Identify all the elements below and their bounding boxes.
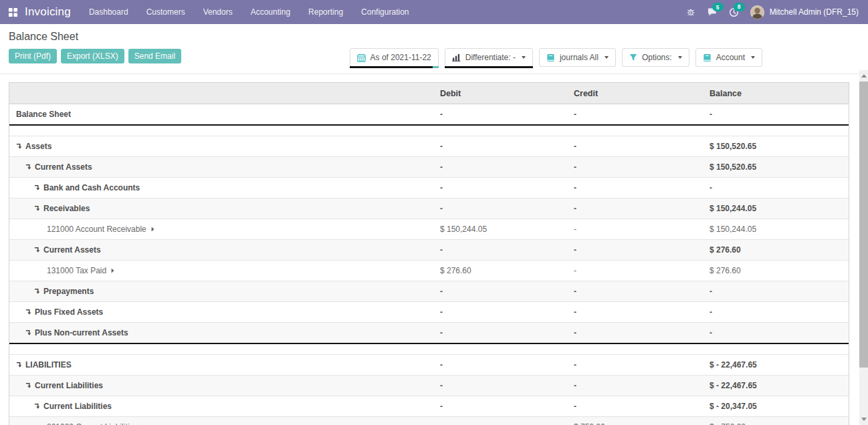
unfold-icon[interactable]	[25, 309, 31, 315]
unfold-icon[interactable]	[34, 184, 40, 191]
report-row[interactable]: Assets--$ 150,520.65	[9, 136, 849, 156]
unfold-icon[interactable]	[34, 205, 40, 212]
unfold-icon[interactable]	[34, 288, 40, 295]
user-name: Mitchell Admin (DFR_15)	[770, 7, 859, 17]
report-row[interactable]: Current Liabilities--$ - 20,347.05	[9, 396, 849, 416]
credit-cell: -	[574, 287, 710, 296]
action-button-print-pdf[interactable]: Print (Pdf)	[9, 49, 57, 63]
credit-column-header: Credit	[574, 89, 710, 98]
action-button-export-xlsx[interactable]: Export (XLSX)	[61, 49, 124, 63]
unfold-icon[interactable]	[16, 143, 22, 150]
row-label: 131000 Tax Paid	[47, 266, 106, 275]
activities-clock-icon[interactable]: 8	[729, 7, 739, 17]
report-row[interactable]: Bank and Cash Accounts---	[9, 177, 849, 198]
underline-accent	[433, 66, 439, 68]
action-button-send-email[interactable]: Send Email	[128, 49, 181, 63]
bug-icon[interactable]	[686, 7, 695, 17]
credit-value: -	[574, 204, 576, 213]
menu-item-customers[interactable]: Customers	[146, 7, 185, 17]
credit-value: -	[574, 381, 576, 390]
credit-value: -	[574, 225, 576, 234]
chevron-down-icon	[522, 56, 526, 59]
scrollbar-thumb[interactable]	[859, 82, 868, 368]
report-filter-buttons: As of 2021-11-22Differentiate: -journals…	[350, 48, 762, 67]
page-title: Balance Sheet	[9, 31, 78, 43]
balance-cell: $ - 750.00	[710, 422, 849, 425]
row-name-cell: Bank and Cash Accounts	[9, 183, 440, 192]
debit-value: $ 150,244.05	[440, 225, 487, 234]
debit-cell: -	[440, 422, 574, 425]
balance-cell: $ 276.60	[710, 245, 849, 255]
scroll-up-arrow-icon[interactable]	[861, 74, 867, 78]
main-menu: DashboardCustomersVendorsAccountingRepor…	[89, 7, 409, 17]
filter-button-calendar-0[interactable]: As of 2021-11-22	[350, 48, 439, 67]
avatar	[750, 5, 764, 19]
unfold-icon[interactable]	[25, 382, 31, 389]
apps-grid-icon[interactable]	[8, 7, 18, 17]
messages-count-badge: 5	[712, 3, 724, 11]
balance-cell: $ - 20,347.05	[710, 402, 849, 411]
caret-right-icon	[111, 268, 114, 273]
credit-cell: -	[574, 402, 710, 411]
report-row[interactable]: Plus Fixed Assets---	[9, 301, 849, 322]
report-row[interactable]: 121000 Account Receivable$ 150,244.05-$ …	[9, 219, 849, 239]
filter-button-bar-chart-1[interactable]: Differentiate: -	[445, 48, 533, 67]
vertical-scrollbar[interactable]	[859, 70, 868, 425]
menu-item-configuration[interactable]: Configuration	[361, 7, 409, 17]
topbar-right: 5 8 Mitchell Admin (DFR_15)	[686, 5, 859, 19]
calendar-icon	[357, 53, 366, 62]
row-label: Bank and Cash Accounts	[43, 183, 140, 192]
unfold-icon[interactable]	[25, 164, 31, 170]
balance-cell: -	[710, 110, 849, 119]
credit-cell: -	[574, 110, 710, 119]
row-label: Plus Fixed Assets	[35, 307, 103, 317]
report-row[interactable]: 201000 Current Liabilities-$ 750.00$ - 7…	[9, 416, 849, 425]
report-row[interactable]: Receivables--$ 150,244.05	[9, 198, 849, 219]
table-header-row: Debit Credit Balance	[9, 83, 849, 104]
menu-item-vendors[interactable]: Vendors	[203, 7, 233, 17]
chevron-down-icon	[751, 56, 755, 59]
filter-button-book-4[interactable]: Account	[695, 48, 762, 67]
activities-count-badge: 8	[734, 3, 745, 11]
report-row[interactable]: 131000 Tax Paid$ 276.60-$ 276.60	[9, 260, 849, 281]
balance-cell: $ 150,520.65	[710, 162, 849, 172]
row-name-cell: Assets	[9, 142, 440, 151]
active-filter-underline	[445, 66, 533, 68]
unfold-icon[interactable]	[16, 362, 22, 368]
credit-value: -	[574, 162, 576, 172]
balance-sheet-table: Debit Credit Balance Balance Sheet---Ass…	[9, 82, 849, 425]
menu-item-dashboard[interactable]: Dashboard	[89, 7, 128, 17]
user-menu[interactable]: Mitchell Admin (DFR_15)	[750, 5, 859, 19]
menu-item-accounting[interactable]: Accounting	[251, 7, 290, 17]
row-name-cell: 201000 Current Liabilities	[9, 422, 440, 425]
balance-cell: $ 150,244.05	[710, 204, 849, 213]
report-row[interactable]: Current Assets--$ 276.60	[9, 239, 849, 260]
debit-value: $ 276.60	[440, 266, 471, 275]
book-icon	[703, 53, 712, 62]
credit-cell: -	[574, 204, 710, 213]
filter-label: journals All	[560, 53, 599, 62]
filter-button-book-2[interactable]: journals All	[539, 48, 616, 67]
filter-button-filter-3[interactable]: Options:	[622, 48, 689, 67]
report-row[interactable]: Plus Non-current Assets---	[9, 322, 849, 343]
section-spacer	[9, 126, 849, 136]
credit-cell: -	[574, 328, 710, 337]
balance-value: -	[710, 110, 712, 119]
messages-icon[interactable]: 5	[707, 7, 718, 17]
app-brand[interactable]: Invoicing	[25, 5, 71, 19]
report-row[interactable]: Prepayments---	[9, 281, 849, 301]
balance-value: $ - 20,347.05	[710, 402, 757, 411]
report-row[interactable]: Current Assets--$ 150,520.65	[9, 156, 849, 177]
unfold-icon[interactable]	[25, 329, 31, 336]
row-label: 121000 Account Receivable	[47, 225, 146, 234]
filter-label: As of 2021-11-22	[370, 53, 431, 62]
balance-value: $ 276.60	[710, 245, 741, 255]
scroll-down-arrow-icon[interactable]	[861, 418, 867, 421]
report-row[interactable]: LIABILITIES--$ - 22,467.65	[9, 354, 849, 375]
balance-value: $ 150,244.05	[710, 204, 756, 213]
menu-item-reporting[interactable]: Reporting	[308, 7, 343, 17]
balance-value: -	[710, 183, 712, 192]
report-row[interactable]: Current Liabilities--$ - 22,467.65	[9, 375, 849, 396]
unfold-icon[interactable]	[34, 247, 40, 253]
unfold-icon[interactable]	[34, 403, 40, 410]
